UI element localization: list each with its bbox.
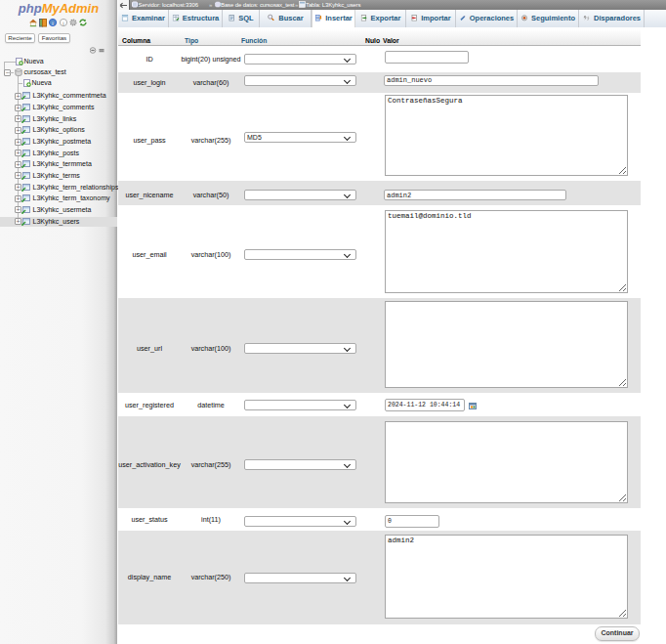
svg-text:i: i <box>62 21 63 26</box>
svg-text:i: i <box>52 21 53 26</box>
